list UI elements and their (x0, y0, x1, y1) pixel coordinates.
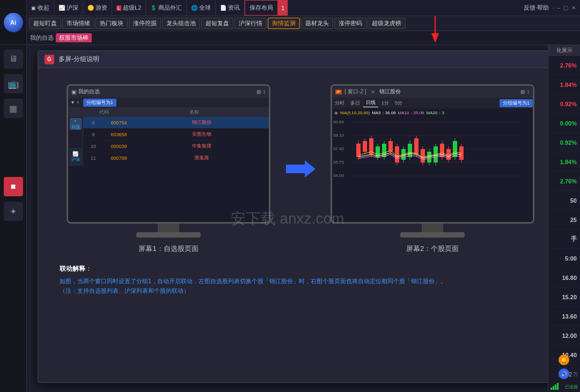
monitor1: ▣ 我的自选 ▦ 1 ▼ + 分组编号为1 (67, 84, 270, 224)
nav-bar: 超短盯盘 市场情绪 热门板块 涨停挖掘 龙头组击池 超短复盘 沪深行情 舆情监测… (27, 16, 580, 31)
desc-text2: （注：支持自选股列表、沪深列表和个股的联动） (60, 286, 541, 296)
l2-icon: L (116, 5, 121, 11)
modal-body: ▣ 我的自选 ▦ 1 ▼ + 分组编号为1 (38, 68, 548, 312)
nav-ticai[interactable]: 题材龙头 (301, 18, 333, 29)
youzi-icon: 🟡 (87, 5, 94, 11)
sidebar-screen-icon[interactable]: 📺 (4, 74, 23, 93)
tab-save-layout[interactable]: 保存布局 (245, 0, 278, 16)
desc-title: 联动解释： (60, 264, 541, 273)
feedback-btn[interactable]: 反馈·帮助 (524, 4, 549, 12)
nav-zhangtingmima[interactable]: 涨停密码 (334, 18, 366, 29)
logo-text: Ai (10, 19, 16, 26)
candlestick-chart (351, 117, 533, 192)
scr2-group-badge: 分组编号为1 (500, 99, 533, 107)
tab-youzi[interactable]: 🟡 游资 (83, 0, 112, 16)
hushen-icon: 📈 (58, 5, 65, 11)
restore-icon[interactable]: ▢ (563, 5, 568, 11)
scr2-tabs: 分时 多日 日线 1分 5分 分组编号为1 (332, 98, 533, 108)
right-bottom-icons: 🔔 🔊 (548, 352, 580, 381)
close-icon[interactable]: ✕ (571, 5, 576, 11)
svg-marker-1 (431, 33, 439, 43)
sidebar-monitor-icon[interactable]: 🖥 (4, 49, 23, 69)
main-content: G 多屏-分组说明 × ▣ 我的自选 ▦ 1 (27, 45, 548, 392)
sidebar-star-icon[interactable]: ✦ (4, 202, 23, 221)
scr1-table-body: + 自选 📈 沪深 (68, 117, 269, 166)
scr1-left-icons: + 自选 📈 沪深 (68, 117, 83, 166)
right-row-6: 1.84% (548, 152, 580, 172)
signal-icon (550, 383, 559, 390)
tab-global[interactable]: 🌐 全球 (187, 0, 216, 16)
app-logo: Ai (4, 13, 23, 32)
commodity-icon: 💲 (150, 5, 157, 11)
nav-chaoduan[interactable]: 超短盯盘 (29, 18, 61, 29)
nav-super-longhubang[interactable]: 超级龙虎榜 (368, 18, 406, 29)
nav-hotblock[interactable]: 热门板块 (96, 18, 128, 29)
add-icon[interactable]: + 自选 (70, 118, 82, 130)
nav-longtou[interactable]: 龙头组击池 (162, 18, 200, 29)
right-row-4: 0.00% (548, 114, 580, 133)
right-row-15: 12.00 (548, 326, 580, 345)
description-section: 联动解释： 如图，当两个窗口同时设置了分组1，自动开启联动，左图自选股列表切换个… (49, 264, 548, 301)
connected-label: 已连接 (565, 384, 578, 390)
scr1-group-badge: 分组编号为1 (83, 99, 116, 107)
bell-icon[interactable]: 🔔 (559, 354, 569, 365)
sub-market-stick[interactable]: 权股市场棒 (56, 33, 92, 42)
scr2-tab-5min[interactable]: 5分 (392, 99, 405, 107)
minimize-icon[interactable]: – (557, 5, 560, 11)
sub-zixuan[interactable]: 我的自选 (30, 34, 54, 42)
right-row-3: 0.92% (548, 94, 580, 114)
monitor2-wrap: IP [ 窗口-2 ] ✕ 锦江股份 ▦ 1 分时 多日 日线 (331, 84, 534, 254)
sidebar-layout-icon[interactable]: ▦ (4, 99, 23, 118)
table-row[interactable]: 11 000799 酒鬼酒 (83, 152, 269, 164)
svg-marker-2 (286, 160, 315, 177)
scr1-header: ▣ 我的自选 ▦ 1 (68, 86, 269, 98)
right-row-2: 1.84% (548, 75, 580, 94)
right-header: 化展示 (548, 45, 580, 56)
table-row[interactable]: 8 600754 锦江股份 (83, 117, 269, 129)
tab-superl2[interactable]: L 超级L2 (112, 0, 146, 16)
right-row-12: 16.80 (548, 268, 580, 287)
nav-market[interactable]: 市场情绪 (62, 18, 94, 29)
sidebar-active-icon[interactable]: ■ (4, 177, 23, 196)
info-icon[interactable]: 🔊 (559, 368, 569, 379)
right-panel: 化展示 2.76% 1.84% 0.92% 0.00% 0.92% 1.84% … (548, 45, 580, 392)
scr2-tab-rixian[interactable]: 日线 (363, 99, 378, 107)
tab-shouqi[interactable]: ▣ 收起 (27, 0, 54, 16)
nav-review[interactable]: 超短复盘 (201, 18, 233, 29)
tab-news[interactable]: 📄 资讯 (216, 0, 245, 16)
nav-yq[interactable]: 舆情监测 (268, 18, 300, 29)
right-row-8: 50 (548, 191, 580, 210)
red-arrow-indicator (430, 16, 440, 43)
nav-zhangting[interactable]: 涨停挖掘 (129, 18, 161, 29)
sub-bar: 我的自选 权股市场棒 (27, 31, 580, 45)
top-bar: ▣ 收起 📈 沪深 🟡 游资 L 超级L2 💲 商品外汇 🌐 全球 📄 资讯 保… (27, 0, 580, 16)
scr1-toolbar: ▼ + 分组编号为1 (68, 98, 269, 107)
scr2-tab-duori[interactable]: 多日 (348, 99, 363, 107)
monitor2-stand (400, 224, 465, 238)
monitors-row: ▣ 我的自选 ▦ 1 ▼ + 分组编号为1 (49, 79, 548, 264)
right-row-1: 2.76% (548, 56, 580, 75)
scr1-rows: 8 600754 锦江股份 9 603658 安图生物 (83, 117, 269, 166)
table-row[interactable]: 9 603658 安图生物 (83, 129, 269, 140)
scr2-tab-fenshi[interactable]: 分时 (332, 99, 347, 107)
news-icon: 📄 (220, 5, 226, 11)
scr2-tab-1min[interactable]: 1分 (379, 99, 392, 107)
scr1-table-header: 代码 名称 (68, 107, 269, 117)
hushen-left-icon[interactable]: 📈 沪深 (70, 148, 82, 165)
table-row[interactable]: 10 000039 中集集团 (83, 140, 269, 152)
monitor2: IP [ 窗口-2 ] ✕ 锦江股份 ▦ 1 分时 多日 日线 (331, 84, 534, 224)
tab-hushen[interactable]: 📈 沪深 (54, 0, 83, 16)
desc-text1: 如图，当两个窗口同时设置了分组1，自动开启联动，左图自选股列表切换个股「锦江股份… (60, 277, 541, 286)
modal-app-icon: G (45, 55, 54, 64)
monitor2-label: 屏幕2：个股页面 (406, 244, 459, 254)
right-row-10: 手 (548, 230, 580, 249)
nav-hushen-quote[interactable]: 沪深行情 (234, 18, 267, 29)
separator: · (552, 5, 554, 11)
modal-title: 多屏-分组说明 (58, 55, 99, 64)
tab-group-num[interactable]: 1 (278, 0, 288, 16)
right-arrow (286, 160, 315, 177)
tab-commodity[interactable]: 💲 商品外汇 (146, 0, 187, 16)
top-right-area: 反馈·帮助 · – ▢ ✕ (519, 4, 580, 12)
global-icon: 🌐 (191, 5, 197, 11)
arrow-container (284, 160, 317, 177)
